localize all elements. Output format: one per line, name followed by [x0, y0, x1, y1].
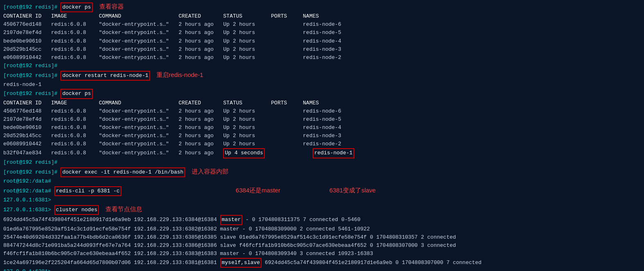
cluster-line-3: 25474e40d69204d332faa1a77b4bdb6d2ca0636f…: [3, 233, 641, 242]
row2-b32f-text: b32f047ae834 redis:6.0.8 "docker-entrypo…: [3, 149, 223, 157]
row2-b32f: b32f047ae834 redis:6.0.8 "docker-entrypo…: [3, 148, 641, 158]
line-final: 127.0.0.1:6381>: [3, 268, 641, 271]
annotation-1: 查看容器: [99, 2, 124, 11]
cluster-line-6-pre: 1ce24a697196e2f225204fa664d65d7800b07d06…: [3, 259, 220, 267]
annotation-master: 6384还是master: [236, 185, 280, 195]
master-badge-1: master: [220, 215, 243, 225]
cluster-line-1: 6924dd45c5a74f439804f451e2180917d1e6a9eb…: [3, 215, 641, 225]
line-docker-ps-2: [root@192 redis]# docker ps: [3, 89, 641, 99]
prompt-6: [root@192 redis]#: [3, 168, 60, 176]
cmd-docker-ps-1[interactable]: docker ps: [60, 2, 92, 12]
cmd-redis-cli[interactable]: redis-cli -p 6381 -c: [54, 186, 121, 196]
prompt-2: [root@192 redis]#: [3, 62, 58, 70]
slave-badge: myself,slave: [220, 258, 262, 268]
cluster-line-5: f46fcf1fa1b810b6bc905c07ace630ebeaa4f652…: [3, 250, 641, 258]
line-docker-ps-1: [root@192 redis]# docker ps查看容器: [3, 2, 641, 12]
cluster-line-2: 01ed6a767995e8529af514c3c1d91ecfe58e754f…: [3, 225, 641, 233]
prompt-5: [root@192 redis]#: [3, 158, 58, 167]
prompt-7: root@192:/data#: [3, 177, 51, 185]
table-header-2: CONTAINER ID IMAGE COMMAND CREATED STATU…: [3, 99, 641, 107]
row-bede: bede0be90610 redis:6.0.8 "docker-entrypo…: [3, 37, 641, 45]
name-node1: redis-node-1: [313, 148, 354, 158]
row2-4506: 4506776ed148 redis:6.0.8 "docker-entrypo…: [3, 107, 641, 115]
status-seconds: Up 4 seconds: [223, 148, 265, 158]
row2-20d5: 20d529b145cc redis:6.0.8 "docker-entrypo…: [3, 132, 641, 140]
row-e060: e06089910442 redis:6.0.8 "docker-entrypo…: [3, 54, 641, 62]
line-cluster: 127.0.0.1:6381> cluster nodes查看节点信息: [3, 204, 641, 215]
line-empty-2: [root@192 redis]#: [3, 158, 641, 167]
cli-prompt-1: 127.0.0.1:6381>: [3, 196, 51, 204]
row-2107: 2107de78ef4d redis:6.0.8 "docker-entrypo…: [3, 29, 641, 37]
prompt-8: root@192:/data#: [3, 187, 54, 195]
cmd-restart[interactable]: docker restart redis-node-1: [60, 71, 150, 81]
prompt-1: [root@192 redis]#: [3, 3, 60, 11]
row2-b32f-ports: [265, 149, 313, 157]
terminal: [root@192 redis]# docker ps查看容器 CONTAINE…: [3, 2, 641, 271]
cluster-line-1-post: - 0 1704808311375 7 connected 0-5460: [242, 216, 360, 224]
cli-prompt-2: 127.0.0.1:6381>: [3, 206, 54, 214]
line-restart: [root@192 redis]# docker restart redis-n…: [3, 70, 641, 81]
annotation-slave: 6381变成了slave: [329, 185, 376, 195]
annotation-exec: 进入容器内部: [192, 167, 228, 176]
row-20d5: 20d529b145cc redis:6.0.8 "docker-entrypo…: [3, 45, 641, 54]
line-empty-1: [root@192 redis]#: [3, 62, 641, 70]
line-exec: [root@192 redis]# docker exec -it redis-…: [3, 167, 641, 177]
cmd-cluster-nodes[interactable]: cluster nodes: [54, 205, 99, 215]
restart-output: redis-node-1: [3, 81, 641, 89]
section-redis-cli: root@192:/data# redis-cli -p 6381 -c 638…: [3, 185, 641, 196]
cmd-docker-ps-2[interactable]: docker ps: [60, 89, 92, 99]
cluster-line-1-pre: 6924dd45c5a74f439804f451e2180917d1e6a9eb…: [3, 216, 220, 224]
cluster-line-4: 884747244d8c71e091ba5a244d093ffe67e7a764…: [3, 242, 641, 250]
annotation-restart: 重启redis-node-1: [157, 70, 203, 79]
cli-prompt-final: 127.0.0.1:6381>: [3, 268, 51, 271]
row2-bede: bede0be90610 redis:6.0.8 "docker-entrypo…: [3, 124, 641, 132]
row2-e060: e06089910442 redis:6.0.8 "docker-entrypo…: [3, 140, 641, 148]
row-4506: 4506776ed148 redis:6.0.8 "docker-entrypo…: [3, 20, 641, 29]
line-redis-cli: root@192:/data# redis-cli -p 6381 -c 638…: [3, 185, 641, 196]
cluster-line-6-post: 6924dd45c5a74f439804f451e2180917d1e6a9eb…: [262, 259, 481, 267]
line-data-prompt: root@192:/data#: [3, 177, 641, 185]
cluster-line-6: 1ce24a697196e2f225204fa664d65d7800b07d06…: [3, 258, 641, 268]
prompt-4: [root@192 redis]#: [3, 90, 60, 98]
row2-2107: 2107de78ef4d redis:6.0.8 "docker-entrypo…: [3, 115, 641, 124]
prompt-3: [root@192 redis]#: [3, 72, 60, 80]
table-header-1: CONTAINER ID IMAGE COMMAND CREATED STATU…: [3, 12, 641, 20]
line-127-1: 127.0.0.1:6381>: [3, 196, 641, 204]
cmd-exec[interactable]: docker exec -it redis-node-1 /bin/bash: [60, 167, 185, 177]
annotation-cluster: 查看节点信息: [105, 204, 142, 214]
